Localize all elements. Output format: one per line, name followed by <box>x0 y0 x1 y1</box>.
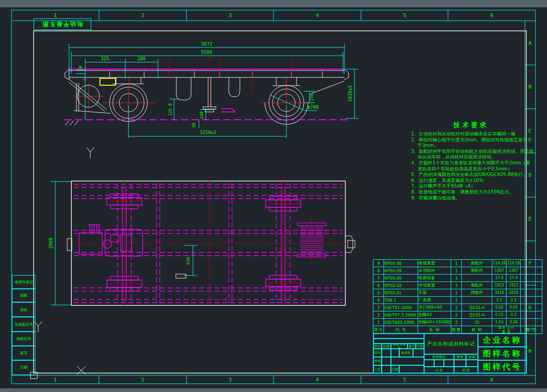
nameplate <box>100 78 116 85</box>
margin-box-borrowed: 借用件登记 <box>12 275 35 289</box>
bom-unit-weight: 0.02 <box>492 304 506 311</box>
bom-part-name: 销轴40×160B型 <box>418 319 451 326</box>
bom-remark <box>521 267 542 275</box>
bom-unit-weight: 1367 <box>492 267 506 275</box>
bom-total-weight: 3.26 <box>506 319 521 326</box>
bom-part-name: 卷缆装置 <box>418 260 451 267</box>
svg-text:6: 6 <box>490 377 494 383</box>
svg-text:630: 630 <box>186 257 191 264</box>
bom-code: GB/T97.3-2000 <box>384 311 418 319</box>
bom-code: GB/T91-2000 <box>384 304 418 311</box>
bom-row: 3 GB/T91-2000 开口销8×60 2 Q235-A 0.02 0.05 <box>373 304 542 311</box>
tech-item: 2、两轮对轴心线平行度为3mm。两轮对对角线相互差不大于3mm。 <box>411 137 535 149</box>
bom-total-weight: 3410 <box>506 289 521 297</box>
drive-unit <box>79 225 143 256</box>
bom-header-material: 材 料 <box>462 326 492 334</box>
bom-part-name: 传动装置 <box>418 282 451 289</box>
svg-text:2960: 2960 <box>48 238 53 249</box>
bom-header-seq: 序号 <box>373 326 384 334</box>
bom-material: 装配件 <box>462 260 492 267</box>
margin-box-date: 日期 <box>12 360 35 375</box>
front-dim-labels: 5672 5500 325 280 50 1030±5 250 ø700 125… <box>78 41 353 135</box>
svg-text:148: 148 <box>199 111 204 119</box>
svg-text:B: B <box>529 84 532 90</box>
stray-marks <box>30 147 94 379</box>
tb-scale: 比例 <box>466 354 478 360</box>
svg-text:5672: 5672 <box>201 41 212 47</box>
bom-qty: 2 <box>451 319 462 326</box>
tb-count: 处数 <box>382 344 391 349</box>
bom-qty: 1 <box>451 282 462 289</box>
bom-qty: 1 <box>451 297 462 304</box>
bom-seq: 7 <box>373 275 384 282</box>
svg-text:2: 2 <box>141 12 145 18</box>
front-view <box>64 55 350 129</box>
tb-drawing-code: 图样代号 <box>478 360 527 374</box>
bom-row: 2 GB/T97.3-2000 垫圈42 2 Q235-A 0.15 0.3 <box>373 311 542 319</box>
front-right-wheel <box>265 77 344 124</box>
bom-material: 装配件 <box>462 267 492 275</box>
bom-code: GB/T882-1986 <box>384 319 418 326</box>
bom-part-name: 电器设备 <box>418 275 451 282</box>
bom-row: 4 T08-1 厂名牌 1 2.1 2.1 <box>373 297 542 304</box>
svg-text:50: 50 <box>78 66 83 71</box>
bom-total-weight: 17.4 <box>506 275 521 282</box>
bom-row: 6 KP50.02 传动装置 1 装配件 1915 1915 <box>373 282 542 289</box>
tech-item: 7、运行噪声不大于85dB（A） <box>411 183 535 189</box>
bom-material: 装配件 <box>462 282 492 289</box>
bom-qty: 1 <box>451 260 462 267</box>
bom-table: 9 KP50.08 卷缆装置 1 装配件 214.28 214.28 8 KP5… <box>373 259 542 334</box>
bom-unit-weight: 3410 <box>492 289 506 297</box>
bom-part-name: 垫圈42 <box>418 311 451 319</box>
bom-part-name: 从动轮对 <box>418 267 451 275</box>
plan-dimensions <box>51 181 197 305</box>
bom-unit-weight: 0.15 <box>492 311 506 319</box>
margin-box-tracing: 描图 <box>12 288 35 303</box>
svg-text:6: 6 <box>490 12 494 18</box>
margin-box-master-no: 底图总号 <box>12 331 35 346</box>
tech-title: 技术要求 <box>425 121 517 129</box>
bom-qty: 1 <box>451 289 462 297</box>
bom-code: T08-1 <box>384 297 418 304</box>
bom-code: KP50.02 <box>384 282 418 289</box>
bom-remark <box>521 304 542 311</box>
tech-item: 8、收放电缆平稳可靠，调整初拉力为150N左右。 <box>411 189 535 195</box>
bom-total-weight: 0.05 <box>506 304 521 311</box>
title-block: 标记 处数 更改文件号 签字 日期 设计 标准化 审核 工艺 日期 产品名称或材… <box>373 333 526 373</box>
bom-code: KP50.08 <box>384 260 418 267</box>
bom-row: 5 KP50.01 车架 1 焊接件 3410 3410 <box>373 289 542 297</box>
tb-stage: 阶段标记 <box>424 354 454 360</box>
tb-company: 企业名称 <box>478 333 527 347</box>
bom-seq: 5 <box>373 289 384 297</box>
tech-item: 1、主动轮对和从动轮对对滚动轴承应在车辆同一侧 <box>411 131 535 137</box>
svg-text:280: 280 <box>137 56 145 61</box>
bom-unit-weight: 214.28 <box>492 260 506 267</box>
svg-text:2: 2 <box>141 377 145 383</box>
svg-text:E: E <box>529 216 532 222</box>
svg-text:1030±5: 1030±5 <box>348 85 353 102</box>
plan-view <box>62 175 355 310</box>
bom-total-weight: 1367 <box>506 267 521 275</box>
tb-date: 日期 <box>416 344 424 349</box>
bom-material <box>462 275 492 282</box>
bom-material: Q235-A <box>462 311 492 319</box>
bom-row: 8 KP50.09 从动轮对 1 装配件 1367 1367 <box>373 267 542 275</box>
bom-material <box>462 297 492 304</box>
margin-box-signature: 签字 <box>12 345 35 361</box>
bom-material: 焊接件 <box>462 289 492 297</box>
bom-qty: 2 <box>451 311 462 319</box>
bom-code: KP50.01 <box>384 289 418 297</box>
bom-material: 35 <box>462 319 492 326</box>
svg-text:3: 3 <box>229 12 232 18</box>
bom-remark <box>521 260 542 267</box>
svg-text:3250±2: 3250±2 <box>200 130 216 135</box>
corner-drawing-label: 电动平板车图 <box>34 18 91 30</box>
bom-header-code: 代 号 <box>384 326 418 334</box>
bom-row: 1 GB/T882-1986 销轴40×160B型 2 35 1.63 3.26 <box>373 319 542 326</box>
bom-seq: 4 <box>373 297 384 304</box>
bom-qty: 1 <box>451 267 462 275</box>
tb-mark: 标记 <box>373 344 382 349</box>
tb-change-doc: 更改文件号 <box>391 344 407 349</box>
tb-sheet: 第 页 <box>454 367 478 374</box>
bom-remark <box>521 275 542 282</box>
